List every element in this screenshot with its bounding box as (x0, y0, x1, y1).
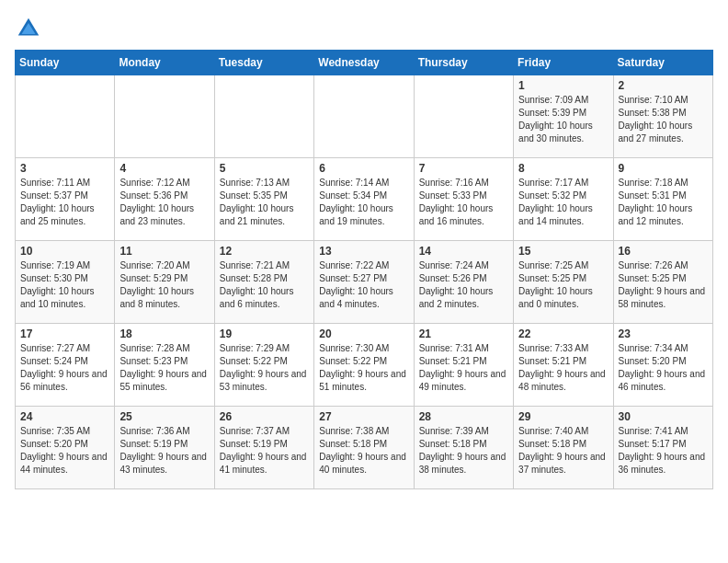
day-number: 15 (518, 245, 608, 258)
day-info: Sunrise: 7:30 AM Sunset: 5:22 PM Dayligh… (319, 342, 408, 394)
calendar-cell: 29Sunrise: 7:40 AM Sunset: 5:18 PM Dayli… (514, 407, 613, 489)
calendar-cell: 21Sunrise: 7:31 AM Sunset: 5:21 PM Dayli… (414, 324, 513, 407)
day-info: Sunrise: 7:38 AM Sunset: 5:18 PM Dayligh… (319, 425, 408, 477)
page-header (15, 15, 713, 42)
calendar-cell (214, 75, 313, 158)
column-header-tuesday: Tuesday (214, 51, 313, 75)
day-number: 19 (220, 327, 309, 340)
day-number: 28 (419, 410, 508, 423)
day-number: 17 (20, 327, 109, 340)
day-number: 21 (419, 327, 508, 340)
day-info: Sunrise: 7:40 AM Sunset: 5:18 PM Dayligh… (518, 425, 608, 477)
day-number: 8 (518, 162, 608, 175)
calendar-cell (314, 75, 414, 158)
calendar-cell: 26Sunrise: 7:37 AM Sunset: 5:19 PM Dayli… (214, 407, 313, 489)
day-info: Sunrise: 7:09 AM Sunset: 5:39 PM Dayligh… (518, 94, 608, 145)
day-number: 5 (220, 162, 309, 175)
day-info: Sunrise: 7:29 AM Sunset: 5:22 PM Dayligh… (220, 342, 309, 394)
day-info: Sunrise: 7:36 AM Sunset: 5:19 PM Dayligh… (119, 425, 209, 477)
calendar-cell: 22Sunrise: 7:33 AM Sunset: 5:21 PM Dayli… (514, 324, 613, 407)
day-number: 26 (220, 410, 309, 423)
day-info: Sunrise: 7:31 AM Sunset: 5:21 PM Dayligh… (419, 342, 508, 394)
calendar-cell: 11Sunrise: 7:20 AM Sunset: 5:29 PM Dayli… (115, 241, 214, 324)
day-number: 6 (319, 162, 408, 175)
day-info: Sunrise: 7:11 AM Sunset: 5:37 PM Dayligh… (20, 177, 109, 228)
day-info: Sunrise: 7:33 AM Sunset: 5:21 PM Dayligh… (518, 342, 608, 394)
day-info: Sunrise: 7:12 AM Sunset: 5:36 PM Dayligh… (119, 177, 209, 228)
calendar-cell: 15Sunrise: 7:25 AM Sunset: 5:25 PM Dayli… (514, 241, 613, 324)
calendar-cell: 2Sunrise: 7:10 AM Sunset: 5:38 PM Daylig… (613, 75, 712, 158)
calendar-cell: 7Sunrise: 7:16 AM Sunset: 5:33 PM Daylig… (414, 158, 513, 241)
calendar-week-row: 17Sunrise: 7:27 AM Sunset: 5:24 PM Dayli… (16, 324, 713, 407)
day-info: Sunrise: 7:17 AM Sunset: 5:32 PM Dayligh… (518, 177, 608, 228)
day-number: 7 (419, 162, 508, 175)
day-info: Sunrise: 7:34 AM Sunset: 5:20 PM Dayligh… (619, 342, 708, 394)
day-number: 10 (20, 245, 109, 258)
calendar-cell (414, 75, 513, 158)
day-info: Sunrise: 7:13 AM Sunset: 5:35 PM Dayligh… (220, 177, 309, 228)
calendar-cell: 8Sunrise: 7:17 AM Sunset: 5:32 PM Daylig… (514, 158, 613, 241)
day-info: Sunrise: 7:20 AM Sunset: 5:29 PM Dayligh… (119, 259, 209, 311)
calendar-cell: 20Sunrise: 7:30 AM Sunset: 5:22 PM Dayli… (314, 324, 414, 407)
day-number: 11 (119, 245, 209, 258)
day-number: 14 (419, 245, 508, 258)
column-header-thursday: Thursday (414, 51, 513, 75)
calendar-cell: 3Sunrise: 7:11 AM Sunset: 5:37 PM Daylig… (16, 158, 115, 241)
day-number: 22 (518, 327, 608, 340)
day-number: 9 (619, 162, 708, 175)
day-info: Sunrise: 7:39 AM Sunset: 5:18 PM Dayligh… (419, 425, 508, 477)
day-number: 24 (20, 410, 109, 423)
calendar-cell: 17Sunrise: 7:27 AM Sunset: 5:24 PM Dayli… (16, 324, 115, 407)
calendar-cell: 27Sunrise: 7:38 AM Sunset: 5:18 PM Dayli… (314, 407, 414, 489)
calendar-cell: 1Sunrise: 7:09 AM Sunset: 5:39 PM Daylig… (514, 75, 613, 158)
calendar-week-row: 3Sunrise: 7:11 AM Sunset: 5:37 PM Daylig… (16, 158, 713, 241)
day-number: 29 (518, 410, 608, 423)
calendar-cell: 23Sunrise: 7:34 AM Sunset: 5:20 PM Dayli… (613, 324, 712, 407)
day-number: 1 (518, 79, 608, 92)
calendar-cell (16, 75, 115, 158)
day-info: Sunrise: 7:28 AM Sunset: 5:23 PM Dayligh… (119, 342, 209, 394)
calendar-cell: 12Sunrise: 7:21 AM Sunset: 5:28 PM Dayli… (214, 241, 313, 324)
day-info: Sunrise: 7:14 AM Sunset: 5:34 PM Dayligh… (319, 177, 408, 228)
column-header-wednesday: Wednesday (314, 51, 414, 75)
calendar-cell: 18Sunrise: 7:28 AM Sunset: 5:23 PM Dayli… (115, 324, 214, 407)
column-header-monday: Monday (115, 51, 214, 75)
column-header-saturday: Saturday (613, 51, 712, 75)
calendar-cell: 28Sunrise: 7:39 AM Sunset: 5:18 PM Dayli… (414, 407, 513, 489)
calendar-cell: 16Sunrise: 7:26 AM Sunset: 5:25 PM Dayli… (613, 241, 712, 324)
calendar-cell (115, 75, 214, 158)
day-number: 30 (619, 410, 708, 423)
calendar-week-row: 10Sunrise: 7:19 AM Sunset: 5:30 PM Dayli… (16, 241, 713, 324)
calendar-cell: 4Sunrise: 7:12 AM Sunset: 5:36 PM Daylig… (115, 158, 214, 241)
day-info: Sunrise: 7:18 AM Sunset: 5:31 PM Dayligh… (619, 177, 708, 228)
day-number: 23 (619, 327, 708, 340)
day-info: Sunrise: 7:10 AM Sunset: 5:38 PM Dayligh… (619, 94, 708, 145)
logo (15, 15, 46, 42)
calendar-cell: 30Sunrise: 7:41 AM Sunset: 5:17 PM Dayli… (613, 407, 712, 489)
day-info: Sunrise: 7:22 AM Sunset: 5:27 PM Dayligh… (319, 259, 408, 311)
calendar-table: SundayMondayTuesdayWednesdayThursdayFrid… (15, 50, 713, 489)
day-number: 27 (319, 410, 408, 423)
day-number: 13 (319, 245, 408, 258)
day-number: 2 (619, 79, 708, 92)
day-info: Sunrise: 7:16 AM Sunset: 5:33 PM Dayligh… (419, 177, 508, 228)
calendar-week-row: 1Sunrise: 7:09 AM Sunset: 5:39 PM Daylig… (16, 75, 713, 158)
calendar-cell: 9Sunrise: 7:18 AM Sunset: 5:31 PM Daylig… (613, 158, 712, 241)
day-info: Sunrise: 7:41 AM Sunset: 5:17 PM Dayligh… (619, 425, 708, 477)
calendar-cell: 19Sunrise: 7:29 AM Sunset: 5:22 PM Dayli… (214, 324, 313, 407)
day-number: 20 (319, 327, 408, 340)
day-info: Sunrise: 7:37 AM Sunset: 5:19 PM Dayligh… (220, 425, 309, 477)
day-info: Sunrise: 7:35 AM Sunset: 5:20 PM Dayligh… (20, 425, 109, 477)
day-number: 25 (119, 410, 209, 423)
calendar-week-row: 24Sunrise: 7:35 AM Sunset: 5:20 PM Dayli… (16, 407, 713, 489)
day-number: 16 (619, 245, 708, 258)
day-number: 18 (119, 327, 209, 340)
calendar-cell: 24Sunrise: 7:35 AM Sunset: 5:20 PM Dayli… (16, 407, 115, 489)
calendar-cell: 14Sunrise: 7:24 AM Sunset: 5:26 PM Dayli… (414, 241, 513, 324)
day-info: Sunrise: 7:19 AM Sunset: 5:30 PM Dayligh… (20, 259, 109, 311)
calendar-cell: 6Sunrise: 7:14 AM Sunset: 5:34 PM Daylig… (314, 158, 414, 241)
day-info: Sunrise: 7:25 AM Sunset: 5:25 PM Dayligh… (518, 259, 608, 311)
calendar-cell: 5Sunrise: 7:13 AM Sunset: 5:35 PM Daylig… (214, 158, 313, 241)
column-header-friday: Friday (514, 51, 613, 75)
calendar-header-row: SundayMondayTuesdayWednesdayThursdayFrid… (16, 51, 713, 75)
